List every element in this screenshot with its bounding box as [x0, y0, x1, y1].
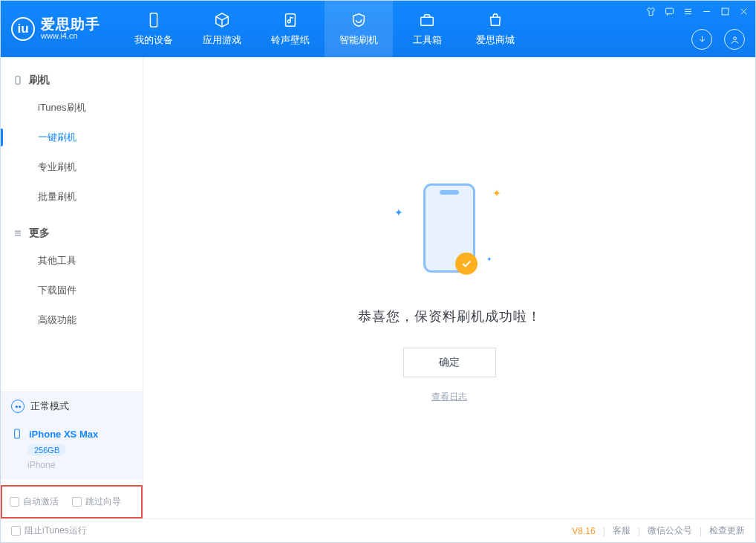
sidebar-item-itunes-flash[interactable]: iTunes刷机 — [1, 93, 143, 123]
success-check-icon — [455, 253, 478, 275]
device-mode-row[interactable]: 正常模式 — [1, 392, 143, 420]
status-bar: 阻止iTunes运行 V8.16 | 客服 | 微信公众号 | 检查更新 — [1, 518, 755, 542]
cube-icon — [213, 11, 231, 29]
checkbox-box — [72, 497, 82, 507]
sidebar-item-download-firmware[interactable]: 下载固件 — [1, 276, 143, 305]
status-link-wechat[interactable]: 微信公众号 — [648, 524, 692, 537]
sidebar-item-advanced[interactable]: 高级功能 — [1, 305, 143, 335]
sidebar-group-label: 刷机 — [29, 74, 50, 87]
tab-label: 智能刷机 — [339, 33, 378, 47]
feedback-icon[interactable] — [663, 5, 675, 17]
flash-options-row: 自动激活 跳过向导 — [1, 485, 143, 518]
checkbox-label: 跳过向导 — [85, 495, 121, 508]
status-left: 阻止iTunes运行 — [11, 524, 87, 537]
tab-apps-games[interactable]: 应用游戏 — [188, 1, 256, 57]
sidebar-item-batch-flash[interactable]: 批量刷机 — [1, 182, 143, 212]
sidebar-group-flash: 刷机 — [1, 68, 143, 93]
header: iu 爱思助手 www.i4.cn 我的设备 应用游戏 铃声壁纸 智能刷机 — [1, 1, 755, 57]
sidebar-bottom: 正常模式 iPhone XS Max 256GB iPhone 自动激活 — [1, 391, 143, 518]
logo-icon: iu — [11, 17, 35, 41]
sidebar: 刷机 iTunes刷机 一键刷机 专业刷机 批量刷机 更多 其他工具 下载固件 … — [1, 57, 143, 518]
tab-label: 爱思商城 — [476, 33, 515, 47]
tab-label: 铃声壁纸 — [271, 33, 310, 47]
logo-text: 爱思助手 www.i4.cn — [41, 17, 100, 41]
download-button[interactable] — [691, 29, 712, 50]
list-icon — [13, 228, 23, 238]
tab-smart-flash[interactable]: 智能刷机 — [325, 1, 393, 57]
mode-icon — [11, 400, 25, 413]
device-icon — [13, 75, 23, 85]
window-controls — [645, 5, 749, 17]
brand-name: 爱思助手 — [41, 17, 100, 33]
sidebar-content: 刷机 iTunes刷机 一键刷机 专业刷机 批量刷机 更多 其他工具 下载固件 … — [1, 57, 143, 391]
view-log-link[interactable]: 查看日志 — [431, 391, 467, 403]
svg-point-5 — [733, 36, 736, 39]
svg-point-7 — [15, 405, 17, 407]
tab-label: 工具箱 — [413, 33, 442, 47]
svg-rect-4 — [722, 8, 729, 15]
music-file-icon — [281, 11, 299, 29]
device-name: iPhone XS Max — [29, 429, 98, 440]
status-right: V8.16 | 客服 | 微信公众号 | 检查更新 — [572, 524, 745, 537]
skin-icon[interactable] — [645, 5, 656, 17]
ok-button[interactable]: 确定 — [403, 348, 496, 377]
checkbox-box — [11, 526, 21, 536]
shopping-bag-icon — [486, 11, 504, 29]
checkbox-skip-guide[interactable]: 跳过向导 — [72, 495, 121, 508]
tab-store[interactable]: 爱思商城 — [461, 1, 529, 57]
sidebar-group-more: 更多 — [1, 221, 143, 246]
device-info-row[interactable]: iPhone XS Max 256GB iPhone — [1, 420, 143, 479]
checkbox-auto-activate[interactable]: 自动激活 — [10, 495, 59, 508]
account-button[interactable] — [724, 29, 745, 50]
svg-rect-0 — [150, 13, 157, 27]
refresh-shield-icon — [350, 11, 368, 29]
close-button[interactable] — [737, 5, 749, 17]
sidebar-item-oneclick-flash[interactable]: 一键刷机 — [1, 123, 143, 152]
phone-icon — [145, 11, 163, 29]
tab-label: 我的设备 — [134, 33, 173, 47]
device-type: iPhone — [27, 460, 132, 470]
app-window: iu 爱思助手 www.i4.cn 我的设备 应用游戏 铃声壁纸 智能刷机 — [0, 0, 756, 543]
device-capacity-badge: 256GB — [27, 444, 66, 456]
svg-point-8 — [19, 405, 21, 407]
brand-site: www.i4.cn — [41, 32, 100, 41]
checkbox-box — [10, 497, 19, 507]
tab-my-device[interactable]: 我的设备 — [120, 1, 188, 57]
sidebar-item-pro-flash[interactable]: 专业刷机 — [1, 152, 143, 182]
sidebar-item-other-tools[interactable]: 其他工具 — [1, 246, 143, 276]
minimize-button[interactable] — [700, 5, 712, 17]
status-link-update[interactable]: 检查更新 — [709, 524, 745, 537]
checkbox-block-itunes[interactable]: 阻止iTunes运行 — [11, 524, 87, 537]
svg-rect-6 — [16, 77, 20, 85]
mode-label: 正常模式 — [30, 400, 69, 413]
header-tabs: 我的设备 应用游戏 铃声壁纸 智能刷机 工具箱 爱思商城 — [120, 1, 529, 57]
version-label: V8.16 — [572, 526, 595, 536]
sidebar-group-label: 更多 — [29, 227, 50, 240]
success-message: 恭喜您，保资料刷机成功啦！ — [358, 308, 541, 325]
svg-rect-9 — [15, 429, 20, 438]
phone-icon — [11, 428, 23, 440]
toolbox-icon — [418, 11, 436, 29]
tab-ringtone-wallpaper[interactable]: 铃声壁纸 — [256, 1, 325, 57]
checkbox-label: 自动激活 — [23, 495, 59, 508]
logo-block: iu 爱思助手 www.i4.cn — [1, 1, 111, 57]
tab-label: 应用游戏 — [203, 33, 241, 47]
menu-icon[interactable] — [682, 5, 694, 17]
main-panel: ✦ ✦ ✦ 恭喜您，保资料刷机成功啦！ 确定 查看日志 — [143, 57, 755, 518]
device-name-row: iPhone XS Max — [11, 428, 132, 440]
svg-rect-3 — [665, 8, 673, 14]
maximize-button[interactable] — [719, 5, 731, 17]
success-illustration: ✦ ✦ ✦ — [375, 172, 524, 284]
header-right-buttons — [691, 29, 745, 50]
checkbox-label: 阻止iTunes运行 — [25, 524, 87, 537]
svg-rect-2 — [421, 17, 434, 25]
body: 刷机 iTunes刷机 一键刷机 专业刷机 批量刷机 更多 其他工具 下载固件 … — [1, 57, 755, 518]
status-link-support[interactable]: 客服 — [613, 524, 630, 537]
tab-toolbox[interactable]: 工具箱 — [393, 1, 461, 57]
